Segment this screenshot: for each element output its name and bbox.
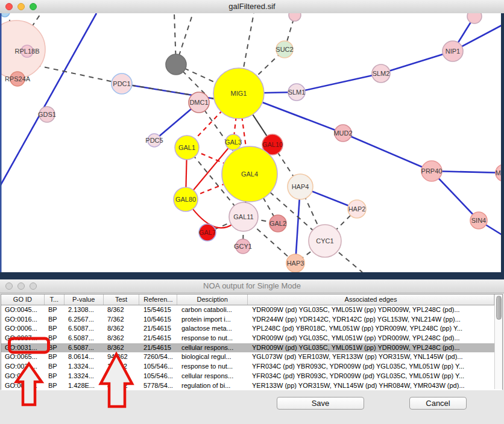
dialog-title: NOA output for Single Mode: [203, 279, 301, 293]
cell-associated-edges: YDR244W (pp) YDR142C, YDR142C (pp) YGL15…: [248, 315, 496, 325]
cell-go-id: GO:0031...: [1, 343, 45, 353]
close-button-inactive[interactable]: [5, 282, 13, 290]
node-label-SLM1: SLM1: [288, 89, 306, 96]
table-row[interactable]: GO:0006...BP6.5087...8/36221/54615galact…: [1, 324, 502, 334]
cell-desciption: response to nut...: [178, 334, 248, 343]
node-label-RPS24A: RPS24A: [5, 75, 31, 83]
cell-referen-: 7260/54...: [140, 352, 178, 362]
cell-associated-edges: YDR009W (pd) YGL035C, YML051W (pp) YDR00…: [248, 334, 496, 343]
cell-t-: BP: [45, 352, 65, 362]
node-gray-node[interactable]: [166, 54, 186, 75]
node-top-mid-node[interactable]: [289, 13, 301, 21]
cell-go-id: GO:0031...: [1, 372, 45, 381]
cell-p-value: 1.428E...: [65, 381, 104, 391]
table-row[interactable]: GO:0016...BP6.2567...7/36210/54615protei…: [1, 315, 502, 325]
close-button[interactable]: [5, 3, 13, 10]
scrollbar-thumb[interactable]: [496, 296, 502, 320]
cell-test: 8/362: [104, 305, 140, 315]
zoom-button-inactive[interactable]: [30, 282, 37, 290]
node-label-GAL80: GAL80: [175, 196, 196, 203]
node-top-right-node[interactable]: [467, 13, 482, 23]
cell-go-id: GO:0050...: [1, 381, 45, 391]
cell-desciption: response to nut...: [178, 362, 248, 372]
cell-t-: BP: [45, 305, 65, 315]
cell-test: 8/362: [104, 324, 140, 334]
table-row[interactable]: GO:0007...BP6.5087...8/36221/54615respon…: [1, 334, 502, 343]
cell-desciption: cellular respons...: [178, 372, 248, 381]
cell-desciption: regulation of bi...: [178, 381, 248, 391]
zoom-button[interactable]: [30, 3, 37, 10]
cell-t-: BP: [45, 381, 65, 391]
node-label-CYC1: CYC1: [316, 237, 333, 245]
cell-t-: BP: [45, 315, 65, 325]
vertical-scrollbar[interactable]: [494, 295, 502, 389]
save-button[interactable]: Save: [277, 397, 364, 410]
node-label-HAP3: HAP3: [287, 260, 304, 267]
column-header-associated-edges[interactable]: Associated edges: [248, 295, 494, 305]
minimize-button-inactive[interactable]: [17, 282, 25, 290]
node-label-HAP4: HAP4: [292, 183, 309, 190]
cell-desciption: protein import i...: [178, 315, 248, 325]
table-body: GO:0045...BP2.1308...8/36215/54615carbon…: [1, 305, 502, 390]
cell-go-id: GO:0007...: [1, 334, 45, 343]
cell-referen-: 5778/54...: [140, 381, 178, 391]
cell-p-value: 6.5087...: [65, 343, 104, 353]
node-label-GAL1: GAL1: [178, 144, 195, 151]
cell-associated-edges: YER133W (pp) YOR315W, YNL145W (pd) YHR08…: [248, 381, 496, 391]
column-header-p-value[interactable]: P-value: [65, 295, 104, 305]
table-row[interactable]: GO:0031...BP1.3324...11/362105/546...cel…: [1, 372, 502, 381]
table-row[interactable]: GO:0031...BP6.5087...8/36221/54615cellul…: [1, 343, 502, 353]
cell-p-value: 1.3324...: [65, 362, 104, 372]
node-label-GAL4: GAL4: [241, 170, 258, 178]
node-label-RPL18B: RPL18B: [15, 48, 40, 55]
table-row[interactable]: GO:0050...BP1.428E...80/3625778/54...reg…: [1, 381, 502, 391]
node-label-MIG1: MIG1: [231, 90, 247, 97]
noa-window-titlebar: NOA output for Single Mode: [0, 279, 504, 293]
cell-test: 94/362: [104, 352, 140, 362]
node-label-GAL11: GAL11: [233, 213, 253, 220]
cell-p-value: 6.2567...: [65, 315, 104, 325]
cell-referen-: 105/546...: [140, 362, 178, 372]
node-label-SIN4: SIN4: [471, 217, 486, 224]
cell-go-id: GO:0006...: [1, 324, 45, 334]
cell-p-value: 6.5087...: [65, 334, 104, 343]
node-label-HAP2: HAP2: [348, 205, 366, 213]
cell-desciption: carbon cataboli...: [178, 305, 248, 315]
node-label-SLM2: SLM2: [373, 70, 390, 77]
cell-desciption: galactose meta...: [178, 324, 248, 334]
cell-associated-edges: YDR009W (pd) YGL035C, YML051W (pp) YDR00…: [248, 305, 496, 315]
node-label-PRP40: PRP40: [421, 167, 443, 175]
table-row[interactable]: GO:0045...BP2.1308...8/36215/54615carbon…: [1, 305, 502, 315]
edge-blue: [432, 171, 504, 173]
cell-referen-: 21/54615: [140, 324, 178, 334]
node-label-PDC1: PDC1: [113, 80, 130, 87]
node-label-NIP1: NIP1: [446, 48, 460, 55]
network-window-titlebar: galFiltered.sif: [0, 0, 504, 14]
cell-desciption: biological regul...: [178, 352, 248, 362]
cell-associated-edges: YDR009W (pd) YGL035C, YML051W (pp) YDR00…: [248, 343, 496, 353]
cell-desciption: cellular respons...: [178, 343, 248, 353]
column-header-referen-[interactable]: Referen...: [139, 295, 177, 305]
cell-associated-edges: YGL073W (pd) YER103W, YER133W (pp) YOR31…: [248, 352, 496, 362]
minimize-button[interactable]: [17, 3, 25, 10]
table-row[interactable]: GO:0065...BP8.0614...94/3627260/54...bio…: [1, 352, 502, 362]
cell-referen-: 21/54615: [140, 343, 178, 353]
table-row[interactable]: GO:0031...BP1.3324...11/362105/546...res…: [1, 362, 502, 372]
network-canvas[interactable]: RPL18BRPS24AGDS1PDC1DMC1MIG1PDC5GAL1GAL3…: [0, 13, 504, 272]
edge-blue: [297, 73, 381, 92]
cell-go-id: GO:0016...: [1, 315, 45, 325]
canvas-border-right: [501, 13, 504, 272]
cell-associated-edges: YFR034C (pd) YBR093C, YDR009W (pd) YGL03…: [248, 372, 496, 381]
cancel-button[interactable]: Cancel: [409, 397, 467, 410]
cell-p-value: 2.1308...: [65, 305, 104, 315]
noa-output-window: NOA output for Single Mode GO IDT...P-va…: [0, 279, 504, 424]
edge-blue: [343, 133, 432, 171]
cell-test: 11/362: [104, 362, 140, 372]
column-header-desciption[interactable]: Desciption: [177, 295, 248, 305]
cell-test: 8/362: [104, 343, 140, 353]
network-window: galFiltered.sif RPL18BRPS24AGDS1PDC1DMC1…: [0, 0, 504, 279]
column-header-t-[interactable]: T...: [45, 295, 65, 305]
column-header-go-id[interactable]: GO ID: [1, 295, 45, 305]
cell-t-: BP: [45, 362, 65, 372]
column-header-test[interactable]: Test: [104, 295, 140, 305]
